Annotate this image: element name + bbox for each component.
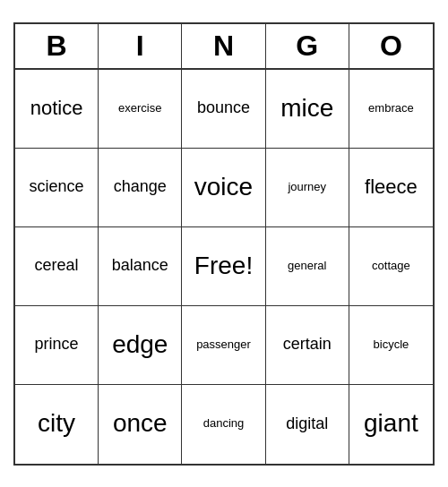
bingo-header-letter: I <box>99 24 182 68</box>
bingo-cell-text: passenger <box>196 338 251 351</box>
bingo-header-letter: B <box>15 24 99 68</box>
bingo-cell: voice <box>182 149 265 227</box>
bingo-cell: general <box>266 227 349 306</box>
bingo-cell-text: digital <box>286 415 328 433</box>
bingo-cell-text: science <box>30 178 84 196</box>
bingo-cell-text: journey <box>288 181 326 193</box>
bingo-cell: fleece <box>349 149 433 227</box>
bingo-cell-text: city <box>38 410 75 438</box>
bingo-cell-text: cereal <box>35 257 79 275</box>
bingo-cell-text: certain <box>283 336 332 354</box>
bingo-cell: notice <box>15 70 99 149</box>
bingo-cell: dancing <box>182 385 265 464</box>
bingo-cell: bicycle <box>349 306 433 385</box>
bingo-cell-text: giant <box>364 410 418 438</box>
bingo-cell: city <box>15 385 99 464</box>
bingo-cell-text: general <box>288 260 326 272</box>
bingo-cell: passenger <box>182 306 265 385</box>
bingo-cell: embrace <box>349 70 433 149</box>
bingo-cell: bounce <box>182 70 265 149</box>
bingo-cell-text: voice <box>194 174 253 201</box>
bingo-cell: balance <box>99 227 182 306</box>
bingo-cell-text: edge <box>112 331 168 359</box>
bingo-cell-text: mice <box>280 95 333 123</box>
bingo-cell-text: bicycle <box>374 338 409 351</box>
bingo-cell-text: prince <box>35 336 79 354</box>
bingo-cell-text: embrace <box>368 102 414 115</box>
bingo-cell: once <box>99 385 182 464</box>
bingo-cell-text: once <box>113 410 168 438</box>
bingo-cell: cottage <box>349 227 433 306</box>
bingo-cell: Free! <box>182 227 265 306</box>
bingo-cell-text: Free! <box>194 252 253 280</box>
bingo-header-letter: O <box>349 24 433 68</box>
bingo-cell: certain <box>266 306 349 385</box>
bingo-cell-text: change <box>114 178 167 196</box>
bingo-cell: prince <box>15 306 99 385</box>
bingo-cell-text: balance <box>112 257 168 275</box>
bingo-cell: journey <box>266 149 349 227</box>
bingo-cell: mice <box>266 70 349 149</box>
bingo-cell: giant <box>349 385 433 464</box>
bingo-cell: edge <box>99 306 182 385</box>
bingo-cell-text: fleece <box>365 176 418 198</box>
bingo-cell-text: notice <box>30 98 83 119</box>
bingo-card: BINGO noticeexercisebouncemiceembracesci… <box>13 22 435 466</box>
bingo-cell-text: exercise <box>118 102 161 115</box>
bingo-header-letter: N <box>182 24 265 68</box>
bingo-grid: noticeexercisebouncemiceembracesciencech… <box>15 70 433 464</box>
bingo-header-letter: G <box>266 24 349 68</box>
bingo-cell-text: cottage <box>372 260 410 272</box>
bingo-cell: science <box>15 149 99 227</box>
bingo-cell: cereal <box>15 227 99 306</box>
bingo-cell: digital <box>266 385 349 464</box>
bingo-cell: exercise <box>99 70 182 149</box>
bingo-cell: change <box>99 149 182 227</box>
bingo-header: BINGO <box>15 24 433 70</box>
bingo-cell-text: dancing <box>203 417 245 430</box>
bingo-cell-text: bounce <box>197 99 250 117</box>
